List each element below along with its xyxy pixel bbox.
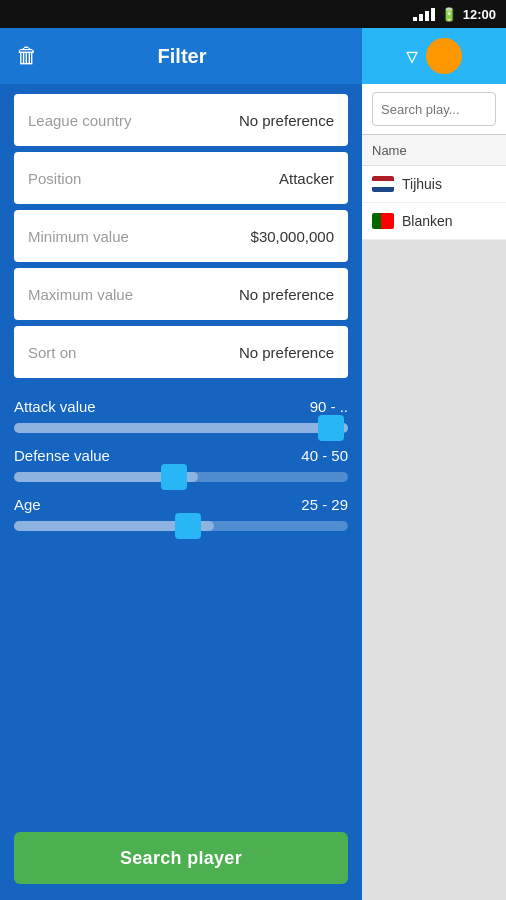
search-input[interactable] [372,92,496,126]
attack-value-range: 90 - .. [310,398,348,415]
age-thumb[interactable] [175,513,201,539]
age-range: 25 - 29 [301,496,348,513]
player-result-1[interactable]: Tijhuis [362,166,506,203]
status-time: 12:00 [463,7,496,22]
results-column-header: Name [362,135,506,166]
signal-strength [413,8,435,21]
results-header-bar: ▿ [362,28,506,84]
maximum-value-row[interactable]: Maximum value No preference [14,268,348,320]
attack-value-thumb[interactable] [318,415,344,441]
flag-nl-icon [372,176,394,192]
filter-header: 🗑 Filter [0,28,362,84]
minimum-value-row[interactable]: Minimum value $30,000,000 [14,210,348,262]
search-input-wrap [362,84,506,135]
player-name-1: Tijhuis [402,176,442,192]
attack-value-fill [14,423,348,433]
age-label: Age [14,496,41,513]
trash-icon[interactable]: 🗑 [16,43,38,69]
minimum-value-label: Minimum value [28,228,129,245]
position-value: Attacker [279,170,334,187]
user-avatar [426,38,462,74]
search-player-button[interactable]: Search player [14,832,348,884]
funnel-icon: ▿ [406,42,418,70]
player-name-2: Blanken [402,213,453,229]
age-slider-row: Age 25 - 29 [14,496,348,531]
player-result-2[interactable]: Blanken [362,203,506,240]
defense-value-range: 40 - 50 [301,447,348,464]
battery-icon: 🔋 [441,7,457,22]
filter-fields: League country No preference Position At… [0,84,362,388]
defense-value-thumb[interactable] [161,464,187,490]
results-name-column: Name [372,143,407,158]
position-row[interactable]: Position Attacker [14,152,348,204]
attack-value-label: Attack value [14,398,96,415]
results-panel: ▿ Name Tijhuis Blanken [362,28,506,900]
main-layout: 🗑 Filter League country No preference Po… [0,28,506,900]
sort-on-label: Sort on [28,344,76,361]
flag-pt-icon [372,213,394,229]
defense-value-track[interactable] [14,472,348,482]
league-country-label: League country [28,112,131,129]
sort-on-row[interactable]: Sort on No preference [14,326,348,378]
maximum-value-value: No preference [239,286,334,303]
league-country-row[interactable]: League country No preference [14,94,348,146]
search-button-wrap: Search player [0,816,362,900]
defense-value-slider-row: Defense value 40 - 50 [14,447,348,482]
minimum-value-value: $30,000,000 [251,228,334,245]
maximum-value-label: Maximum value [28,286,133,303]
position-label: Position [28,170,81,187]
attack-value-track[interactable] [14,423,348,433]
filter-panel: 🗑 Filter League country No preference Po… [0,28,362,900]
league-country-value: No preference [239,112,334,129]
sort-on-value: No preference [239,344,334,361]
defense-value-label: Defense value [14,447,110,464]
age-track[interactable] [14,521,348,531]
status-bar: 🔋 12:00 [0,0,506,28]
filter-title: Filter [58,45,306,68]
sliders-section: Attack value 90 - .. Defense value 40 - … [0,388,362,555]
attack-value-slider-row: Attack value 90 - .. [14,398,348,433]
